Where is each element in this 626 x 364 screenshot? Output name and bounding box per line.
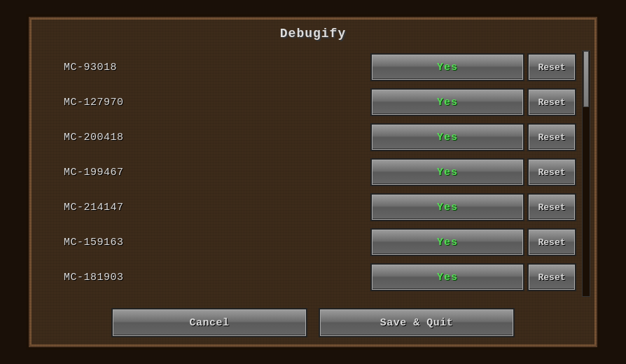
save-quit-button[interactable]: Save & Quit (319, 308, 515, 337)
reset-button[interactable]: Reset (527, 123, 576, 151)
setting-id-label: MC-159163 (57, 237, 370, 248)
setting-row: MC-159163YesReset (57, 225, 576, 259)
setting-id-label: MC-214147 (57, 202, 370, 214)
toggle-button[interactable]: Yes (370, 53, 524, 81)
setting-row: MC-214147YesReset (57, 190, 576, 224)
setting-id-label: MC-181903 (57, 272, 370, 284)
setting-row: MC-181903YesReset (57, 260, 576, 294)
scroll-outer: MC-93018YesResetMC-127970YesResetMC-2004… (29, 48, 597, 300)
setting-row: MC-93018YesReset (57, 50, 576, 84)
setting-row: MC-127970YesReset (57, 85, 576, 119)
setting-id-label: MC-199467 (57, 167, 370, 178)
setting-row: MC-200418YesReset (57, 120, 576, 154)
setting-id-label: MC-93018 (57, 62, 370, 74)
reset-button[interactable]: Reset (527, 263, 576, 291)
scrollbar-thumb[interactable] (583, 51, 589, 107)
bottom-buttons: Cancel Save & Quit (29, 300, 597, 347)
toggle-button[interactable]: Yes (370, 158, 524, 186)
debugify-dialog: Debugify MC-93018YesResetMC-127970YesRes… (26, 14, 600, 350)
scrollbar-track[interactable] (582, 50, 590, 297)
toggle-button[interactable]: Yes (370, 228, 524, 256)
toggle-button[interactable]: Yes (370, 88, 524, 116)
reset-button[interactable]: Reset (527, 193, 576, 221)
cancel-button[interactable]: Cancel (111, 308, 307, 337)
toggle-button[interactable]: Yes (370, 123, 524, 151)
content-area: MC-93018YesResetMC-127970YesResetMC-2004… (29, 48, 597, 300)
reset-button[interactable]: Reset (527, 228, 576, 256)
rows-wrapper: MC-93018YesResetMC-127970YesResetMC-2004… (57, 50, 597, 294)
setting-row: MC-199467YesReset (57, 155, 576, 189)
setting-id-label: MC-127970 (57, 97, 370, 108)
setting-id-label: MC-200418 (57, 132, 370, 144)
reset-button[interactable]: Reset (527, 158, 576, 186)
toggle-button[interactable]: Yes (370, 193, 524, 221)
reset-button[interactable]: Reset (527, 53, 576, 81)
scroll-container[interactable]: MC-93018YesResetMC-127970YesResetMC-2004… (29, 48, 597, 300)
toggle-button[interactable]: Yes (370, 263, 524, 291)
dialog-title: Debugify (29, 17, 597, 48)
reset-button[interactable]: Reset (527, 88, 576, 116)
